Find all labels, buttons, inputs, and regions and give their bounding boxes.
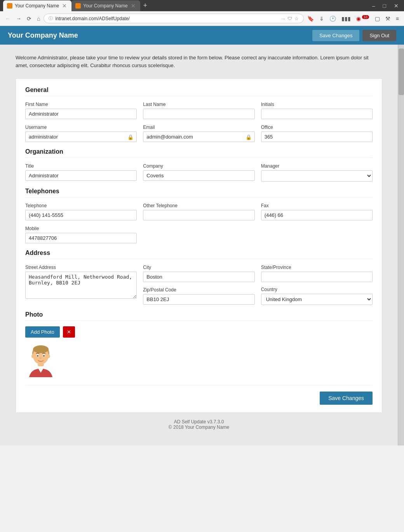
- section-photo-title: Photo: [25, 311, 373, 321]
- lock-icon: ⓘ: [49, 16, 53, 21]
- home-button[interactable]: ⌂: [35, 14, 42, 23]
- section-organization-title: Organization: [25, 148, 373, 158]
- title-input[interactable]: [25, 170, 137, 181]
- other-telephone-group: Other Telephone: [143, 203, 254, 220]
- email-label: Email: [143, 125, 254, 130]
- organization-row-1: Title Company Manager: [25, 163, 373, 182]
- general-row-2: Username 🔒 Email 🔒 O: [25, 125, 373, 142]
- username-label: Username: [25, 125, 137, 130]
- app-title: Your Company Name: [8, 31, 78, 40]
- tab-favicon-2: [75, 3, 81, 9]
- general-row-1: First Name Last Name Initials: [25, 102, 373, 119]
- mobile-input[interactable]: [25, 233, 137, 243]
- country-group: Country United Kingdom United States Can…: [261, 287, 373, 305]
- bookmark-icon-btn[interactable]: 🔖: [305, 14, 316, 23]
- street-address-input[interactable]: Heasandford Mill, Netherwood Road, Burnl…: [25, 272, 137, 299]
- company-group: Company: [143, 163, 254, 182]
- back-button[interactable]: ←: [3, 14, 12, 23]
- header-buttons: Save Changes Sign Out: [312, 30, 396, 41]
- other-telephone-label: Other Telephone: [143, 203, 254, 208]
- svg-point-6: [43, 355, 45, 357]
- manager-select[interactable]: [261, 170, 373, 182]
- save-changes-footer-button[interactable]: Save Changes: [320, 392, 373, 405]
- initials-input[interactable]: [261, 109, 373, 119]
- tab-close-1[interactable]: ✕: [61, 3, 68, 9]
- first-name-label: First Name: [25, 102, 137, 107]
- title-label: Title: [25, 163, 137, 169]
- tabs-area: Your Company Name ✕ Your Company Name ✕ …: [0, 0, 367, 11]
- history-icon-btn[interactable]: 🕐: [327, 14, 338, 23]
- email-input-container: 🔒: [143, 132, 254, 142]
- email-input[interactable]: [143, 132, 254, 142]
- notifications-icon-btn[interactable]: ◉: [354, 14, 363, 23]
- reload-button[interactable]: ⟳: [25, 14, 33, 23]
- reader-icon-btn[interactable]: ▢: [373, 14, 382, 23]
- city-input[interactable]: [143, 272, 254, 282]
- url-text: intranet.domain.com/ADSelfUpdate/: [55, 16, 279, 21]
- state-input[interactable]: [261, 272, 373, 282]
- fax-input[interactable]: [261, 210, 373, 220]
- office-group: Office: [261, 125, 373, 142]
- maximize-button[interactable]: □: [381, 2, 388, 10]
- initials-group: Initials: [261, 102, 373, 119]
- username-input[interactable]: [25, 132, 137, 142]
- svg-point-7: [31, 354, 35, 358]
- page-footer: AD Self Update v3.7.3.0 © 2018 Your Comp…: [16, 413, 382, 436]
- close-button[interactable]: ✕: [392, 2, 401, 10]
- new-tab-button[interactable]: +: [140, 0, 151, 11]
- company-input[interactable]: [143, 170, 254, 181]
- state-country-group: State/Province Country United Kingdom Un…: [261, 265, 373, 305]
- tab-active[interactable]: Your Company Name ✕: [3, 0, 71, 11]
- content-area: Welcome Administrator, please take your …: [0, 45, 404, 445]
- scrollbar-thumb[interactable]: [399, 49, 404, 95]
- sign-out-button[interactable]: Sign Out: [362, 30, 396, 41]
- last-name-label: Last Name: [143, 102, 254, 107]
- office-label: Office: [261, 125, 373, 130]
- svg-rect-9: [38, 363, 44, 366]
- footer-line-2: © 2018 Your Company Name: [22, 425, 376, 430]
- photo-buttons: Add Photo ✕: [25, 326, 373, 338]
- email-group: Email 🔒: [143, 125, 254, 142]
- minimize-button[interactable]: –: [370, 2, 378, 10]
- address-bar[interactable]: ⓘ intranet.domain.com/ADSelfUpdate/ ··· …: [44, 14, 304, 23]
- forward-button[interactable]: →: [14, 14, 23, 23]
- scrollbar[interactable]: [398, 45, 404, 445]
- telephone-input[interactable]: [25, 210, 137, 220]
- add-photo-button[interactable]: Add Photo: [25, 326, 60, 338]
- title-bar: Your Company Name ✕ Your Company Name ✕ …: [0, 0, 404, 11]
- company-label: Company: [143, 163, 254, 169]
- address-row-1: Street Address Heasandford Mill, Netherw…: [25, 265, 373, 305]
- zip-group: Zip/Postal Code: [143, 287, 254, 305]
- tab-label-1: Your Company Name: [15, 3, 59, 9]
- other-telephone-input[interactable]: [143, 210, 254, 220]
- form-card: General First Name Last Name Initials: [16, 78, 382, 413]
- download-icon-btn[interactable]: ⇓: [317, 14, 326, 23]
- svg-point-2: [33, 345, 49, 353]
- browser-toolbar: ← → ⟳ ⌂ ⓘ intranet.domain.com/ADSelfUpda…: [0, 11, 404, 26]
- first-name-input[interactable]: [25, 109, 137, 119]
- last-name-input[interactable]: [143, 109, 254, 119]
- section-general-title: General: [25, 87, 373, 96]
- zip-input[interactable]: [143, 294, 254, 305]
- star-icon: ☆: [294, 16, 299, 21]
- tools-icon-btn[interactable]: ⚒: [383, 14, 392, 23]
- first-name-group: First Name: [25, 102, 137, 119]
- email-lock-icon: 🔒: [246, 134, 252, 140]
- country-label: Country: [261, 287, 373, 292]
- fax-group: Fax: [261, 203, 373, 220]
- photo-section: Add Photo ✕: [25, 326, 373, 377]
- country-select[interactable]: United Kingdom United States Canada: [261, 294, 373, 305]
- telephones-row-2: Mobile: [25, 226, 373, 243]
- avatar-container: [25, 342, 56, 377]
- menu-icon-btn[interactable]: ≡: [394, 14, 401, 23]
- telephone-group: Telephone: [25, 203, 137, 220]
- mobile-group: Mobile: [25, 226, 137, 243]
- telephone-label: Telephone: [25, 203, 137, 208]
- tab-inactive[interactable]: Your Company Name ✕: [71, 0, 140, 11]
- save-changes-header-button[interactable]: Save Changes: [312, 30, 359, 41]
- tab-close-2[interactable]: ✕: [130, 3, 136, 9]
- extensions-icon-btn[interactable]: ▮▮▮: [340, 14, 353, 23]
- zip-label: Zip/Postal Code: [143, 287, 254, 293]
- office-input[interactable]: [261, 132, 373, 142]
- remove-photo-button[interactable]: ✕: [63, 326, 75, 338]
